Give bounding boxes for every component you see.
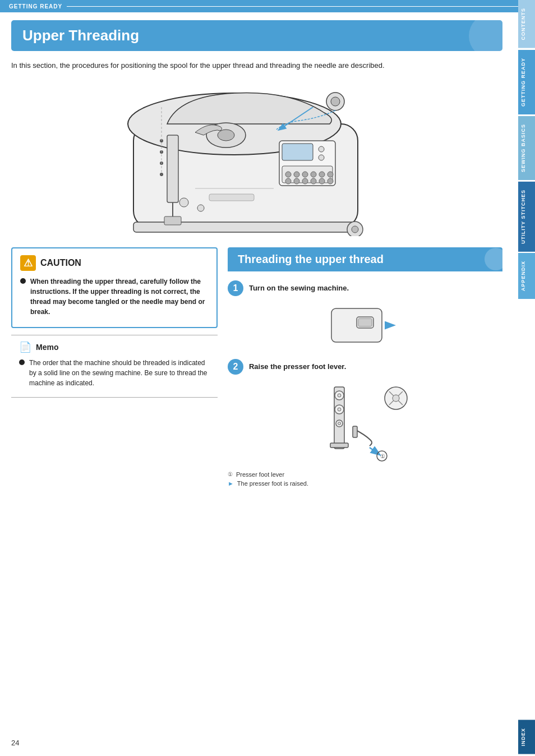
top-bar: GETTING READY [0, 0, 535, 12]
step-2-illustration: ① [228, 381, 502, 465]
step-2-block: 2 Raise the presser foot lever. [228, 359, 502, 487]
result-text: The presser foot is raised. [237, 480, 308, 487]
power-button-svg [326, 303, 404, 348]
footnote-marker-1: ① [228, 471, 233, 477]
caution-icon: ⚠ [20, 255, 36, 271]
svg-point-49 [338, 422, 340, 425]
memo-header: 📄 Memo [19, 341, 210, 353]
memo-bullet [19, 359, 25, 365]
svg-point-47 [338, 408, 341, 411]
svg-point-14 [218, 130, 234, 141]
caution-box: ⚠ CAUTION When threading the upper threa… [11, 247, 218, 328]
step-1-instruction: Turn on the sewing machine. [249, 284, 349, 292]
svg-point-28 [302, 178, 308, 184]
caution-title: CAUTION [40, 258, 81, 268]
svg-point-20 [285, 172, 291, 177]
footnote-1: ① Presser foot lever [228, 471, 502, 478]
svg-rect-37 [209, 194, 254, 201]
top-bar-divider [67, 6, 526, 7]
intro-text: In this section, the procedures for posi… [11, 60, 502, 71]
svg-text:①: ① [380, 453, 385, 459]
svg-rect-16 [282, 144, 313, 160]
step-2-header: 2 Raise the presser foot lever. [228, 359, 502, 375]
bottom-columns: ⚠ CAUTION When threading the upper threa… [11, 247, 502, 498]
memo-item: The order that the machine should be thr… [19, 358, 210, 388]
svg-rect-42 [358, 319, 372, 326]
caution-text: When threading the upper thread, careful… [30, 276, 209, 317]
step-2-instruction: Raise the presser foot lever. [249, 362, 346, 371]
sidebar-tab-index[interactable]: INDEX [518, 720, 535, 754]
svg-point-25 [328, 172, 333, 177]
right-sidebar: CONTENTS GETTING READY SEWING BASICS UTI… [514, 0, 535, 756]
svg-point-29 [311, 178, 316, 184]
main-content: Upper Threading In this section, the pro… [0, 20, 514, 515]
svg-point-24 [319, 172, 325, 177]
left-column: ⚠ CAUTION When threading the upper threa… [11, 247, 218, 498]
svg-point-31 [328, 178, 333, 184]
page-title-block: Upper Threading [11, 20, 502, 51]
footnote-text-1: Presser foot lever [236, 471, 284, 478]
result-arrow: ► [228, 480, 234, 487]
step-1-block: 1 Turn on the sewing machine. [228, 280, 502, 348]
svg-point-21 [294, 172, 299, 177]
svg-point-22 [302, 172, 308, 177]
svg-point-39 [197, 205, 204, 211]
sidebar-tab-contents[interactable]: CONTENTS [518, 0, 535, 48]
right-column: Threading the upper thread 1 Turn on the… [228, 247, 502, 498]
page-number: 24 [11, 739, 19, 747]
section-label: GETTING READY [9, 3, 62, 10]
svg-rect-51 [353, 426, 357, 437]
caution-header: ⚠ CAUTION [20, 255, 209, 271]
svg-point-35 [352, 226, 358, 233]
caution-bold: When threading the upper thread, careful… [30, 278, 205, 316]
svg-rect-33 [164, 216, 181, 225]
svg-point-3 [331, 97, 340, 106]
footnote-result: ► The presser foot is raised. [228, 480, 502, 487]
svg-point-17 [319, 146, 324, 152]
caution-item: When threading the upper thread, careful… [20, 276, 209, 317]
memo-title: Memo [36, 343, 58, 352]
sidebar-tab-sewing-basics[interactable]: SEWING BASICS [518, 116, 535, 180]
memo-box: 📄 Memo The order that the machine should… [11, 335, 218, 398]
step-2-footnotes: ① Presser foot lever ► The presser foot … [228, 471, 502, 487]
sidebar-tab-utility-stitches[interactable]: UTILITY STITCHES [518, 182, 535, 252]
memo-text: The order that the machine should be thr… [29, 358, 210, 388]
threading-title: Threading the upper thread [238, 253, 384, 266]
svg-point-30 [319, 178, 325, 184]
threading-title-block: Threading the upper thread [228, 247, 502, 271]
svg-rect-50 [330, 443, 348, 448]
step-2-number: 2 [228, 359, 243, 375]
machine-illustration [111, 79, 403, 236]
svg-point-18 [319, 155, 324, 160]
step-1-number: 1 [228, 280, 243, 296]
svg-point-26 [285, 178, 291, 184]
step-1-illustration [228, 303, 502, 348]
svg-point-38 [179, 198, 188, 207]
memo-icon: 📄 [19, 341, 31, 353]
threading-deco [485, 248, 507, 270]
svg-point-23 [311, 172, 316, 177]
svg-point-55 [393, 395, 399, 402]
machine-svg [122, 79, 391, 236]
title-decoration [469, 20, 502, 51]
page-title: Upper Threading [22, 27, 139, 44]
sidebar-tab-appendix[interactable]: APPENDIX [518, 253, 535, 299]
presser-foot-svg: ① [309, 381, 421, 465]
svg-rect-5 [167, 135, 178, 202]
bullet-dot [20, 278, 26, 284]
svg-point-45 [338, 394, 341, 397]
svg-point-27 [294, 178, 299, 184]
step-1-header: 1 Turn on the sewing machine. [228, 280, 502, 296]
sidebar-tab-getting-ready[interactable]: GETTING READY [518, 50, 535, 114]
